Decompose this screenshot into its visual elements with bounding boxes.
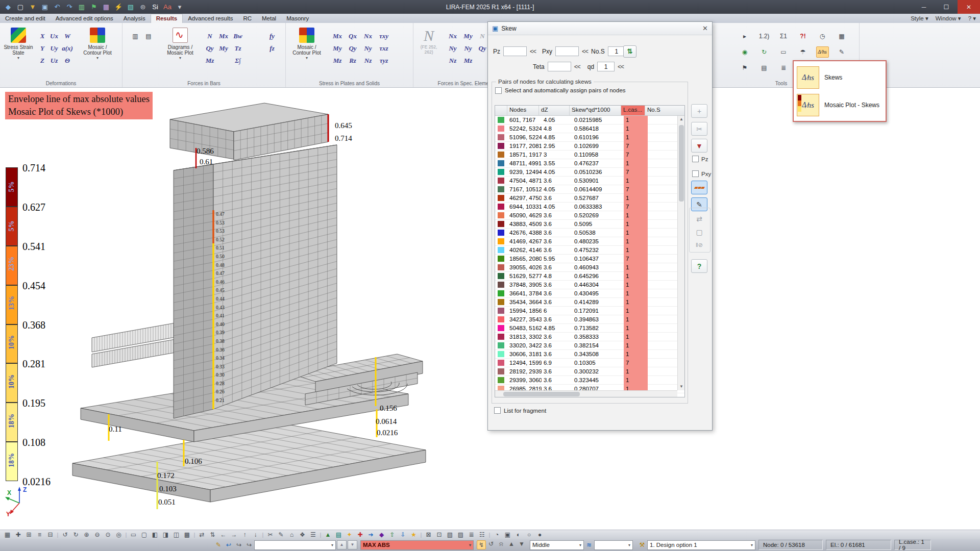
box-button[interactable]: ▢ <box>691 225 707 239</box>
layers-icon[interactable]: ≋ <box>584 541 594 548</box>
spec-n-button[interactable]: N (FE 252, 262) <box>418 27 440 55</box>
toolbar-icon[interactable]: ⊕ <box>81 531 92 538</box>
toolbar-icon[interactable]: ◫ <box>171 531 182 538</box>
toolbar-icon[interactable]: ▢ <box>139 531 150 538</box>
spec-letter-button[interactable]: Ny <box>449 44 456 53</box>
spec-letter-button[interactable]: Nz <box>449 57 456 65</box>
bars-letter-button[interactable]: Qy <box>206 44 213 53</box>
table-row[interactable]: 18571, 19177 3 0.110958 7 <box>495 151 684 159</box>
bars-icon[interactable]: ▥ <box>129 31 142 42</box>
quick-access-icon[interactable]: ▣ <box>40 2 50 12</box>
scroll-up-icon[interactable]: ▲ <box>678 116 685 123</box>
minimize-button[interactable]: ─ <box>913 0 935 14</box>
table-row[interactable]: 28192, 29399 3.6 0.300232 1 <box>495 367 684 376</box>
up-spinner[interactable]: ▲ <box>337 540 347 549</box>
down-spinner[interactable]: ▼ <box>348 540 357 549</box>
dialog-title-bar[interactable]: ▣ Skew ✕ <box>488 22 712 35</box>
toolbar-icon[interactable]: ⊞ <box>23 531 34 538</box>
toolbar-icon[interactable]: ⊖ <box>92 531 103 538</box>
table-row[interactable]: 9239, 12494 4.05 0.0510236 7 <box>495 168 684 177</box>
table-vertical-scrollbar[interactable]: ▲ ▼ <box>677 116 684 390</box>
hscrollbar-thumb[interactable] <box>503 392 580 396</box>
quick-access-icon[interactable]: ⚡ <box>113 2 124 12</box>
criteria-combo[interactable]: MAX ABS▾ <box>360 540 474 550</box>
toolbar-icon[interactable]: ● <box>534 531 545 538</box>
table-row[interactable]: 51096, 52242 4.85 0.610196 1 <box>495 133 684 142</box>
deformation-letter-button[interactable]: W <box>64 32 70 40</box>
diagrams-mosaic-plot-button[interactable]: Diagrams / Mosaic Plot▾ <box>163 26 197 79</box>
help-button[interactable]: ? <box>691 259 707 273</box>
quick-access-icon[interactable]: ↶ <box>52 2 62 12</box>
tool-icon-button[interactable]: 1.2) <box>758 31 771 42</box>
deformation-letter-button[interactable]: a(x) <box>62 44 73 53</box>
clear-marks-button[interactable]: ‖⊘ <box>691 238 707 252</box>
swap-button[interactable]: ⇄ <box>691 212 707 226</box>
toolbar-icon[interactable]: ❖ <box>297 531 308 538</box>
quick-access-icon[interactable]: Aa <box>162 2 173 12</box>
spec-letter-button[interactable]: Ny <box>464 44 472 53</box>
plates-letter-button[interactable]: τxy <box>379 32 388 40</box>
toolbar-icon[interactable]: ◧ <box>150 531 160 538</box>
tool-icon-button[interactable]: ▭ <box>777 46 790 58</box>
tool-icon-button[interactable]: ≣ <box>777 62 790 73</box>
table-row[interactable]: 35434, 36641 3.6 0.414289 1 <box>495 298 684 307</box>
tool-icon-button[interactable]: ◉ <box>739 46 751 58</box>
quick-access-icon[interactable]: ⊜ <box>138 2 148 12</box>
quick-access-icon[interactable]: Si <box>150 2 160 12</box>
status-icon[interactable]: ▲ <box>506 540 517 549</box>
mosaic-contour-plot-button[interactable]: Mosaic / Contour Plot▾ <box>81 26 114 79</box>
bars-letter-button[interactable]: Σ∫ <box>235 57 241 65</box>
deformation-letter-button[interactable]: Θ <box>65 57 70 65</box>
toolbar-icon[interactable]: ◆ <box>376 531 387 538</box>
deformation-letter-button[interactable]: Y <box>40 44 44 53</box>
menu-item-skews[interactable]: Δ∕hs Skews <box>797 64 883 91</box>
spec-letter-button[interactable]: N <box>480 32 484 40</box>
quick-access-icon[interactable]: ▦ <box>101 2 111 12</box>
toolbar-icon[interactable]: ◎ <box>113 531 124 538</box>
bars-letter-button[interactable]: Mx <box>219 32 228 40</box>
toolbar-icon[interactable]: ↓ <box>250 531 261 538</box>
tool-icon-button[interactable]: ▸ <box>739 31 751 42</box>
qd-back-button[interactable]: << <box>618 63 624 70</box>
pz-checkbox[interactable] <box>692 156 699 162</box>
toolbar-icon[interactable]: ▩ <box>182 531 192 538</box>
toolbar-icon[interactable]: ◔ <box>492 531 502 538</box>
list-for-fragment-checkbox[interactable] <box>494 407 501 414</box>
skew-column-header[interactable]: Skew*qd*1000 <box>570 106 621 115</box>
quick-access-icon[interactable]: ▧ <box>126 2 136 12</box>
filter-button[interactable]: ▼ <box>691 139 707 153</box>
plates-letter-button[interactable]: My <box>333 44 341 53</box>
table-horizontal-scrollbar[interactable] <box>495 390 677 397</box>
pairs-table[interactable]: Nodes dZ Skew*qd*1000 L.cas... No.S 601,… <box>495 105 685 397</box>
maximize-button[interactable]: ☐ <box>935 0 958 14</box>
pz-checkbox-row[interactable]: Pz <box>692 156 708 162</box>
toolbar-icon[interactable]: → <box>229 531 239 538</box>
plates-letter-button[interactable]: Rz <box>349 57 356 65</box>
scrollbar-thumb[interactable] <box>679 125 684 202</box>
plane-combo[interactable]: Middle▾ <box>530 540 584 550</box>
ribbon-tab[interactable]: Advanced results <box>183 14 238 23</box>
toolbar-icon[interactable]: ↻ <box>70 531 81 538</box>
pxy-input[interactable] <box>555 46 579 56</box>
toolbar-icon[interactable]: ⇩ <box>398 531 408 538</box>
plates-letter-button[interactable]: Mx <box>333 32 342 40</box>
pxy-back-button[interactable]: << <box>582 48 588 55</box>
teta-back-button[interactable]: << <box>574 63 580 70</box>
toolbar-icon[interactable]: ↑ <box>239 531 250 538</box>
toolbar-icon[interactable]: ≣ <box>466 531 477 538</box>
toolbar-icon[interactable]: ▨ <box>455 531 466 538</box>
status-combo-empty2[interactable]: ▾ <box>594 540 633 550</box>
toolbar-icon[interactable]: ↺ <box>60 531 70 538</box>
quick-access-icon[interactable]: ▼ <box>28 2 38 12</box>
quick-access-icon[interactable]: ◆ <box>3 2 13 12</box>
plates-letter-button[interactable]: Qx <box>349 32 357 40</box>
toolbar-icon[interactable]: ▭ <box>128 531 139 538</box>
status-combo-empty[interactable]: ▾ <box>254 540 336 550</box>
tool-icon-button[interactable]: ?! <box>797 31 810 42</box>
bars-icon[interactable]: ▤ <box>142 31 155 42</box>
pz-back-button[interactable]: << <box>530 48 536 55</box>
status-icon[interactable]: ↩ <box>224 541 234 548</box>
plates-letter-button[interactable]: Nx <box>364 32 372 40</box>
table-row[interactable]: 41469, 42676 3.6 0.480235 1 <box>495 237 684 246</box>
scroll-down-icon[interactable]: ▼ <box>678 383 685 390</box>
